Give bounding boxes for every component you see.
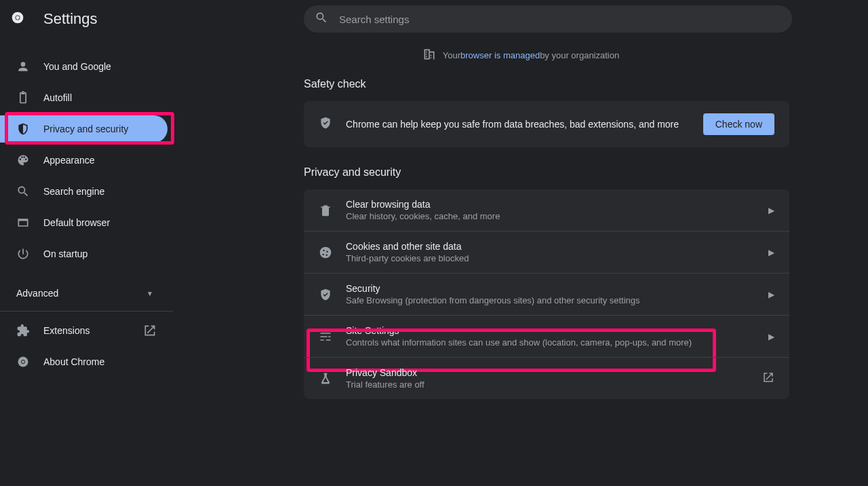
sidebar-item-label: Privacy and security (43, 124, 128, 134)
trash-icon (319, 204, 332, 217)
sidebar-item-label: About Chrome (43, 356, 104, 367)
sidebar-item-label: Search engine (43, 186, 104, 197)
safety-check-text: Chrome can help keep you safe from data … (346, 119, 703, 130)
browser-icon (16, 216, 30, 229)
row-sub: Third-party cookies are blocked (346, 253, 768, 263)
row-security[interactable]: Security Safe Browsing (protection from … (304, 273, 789, 315)
managed-suffix: by your organization (540, 50, 619, 60)
sidebar-item-appearance[interactable]: Appearance (0, 147, 173, 174)
row-sub: Clear history, cookies, cache, and more (346, 211, 768, 221)
sidebar-item-label: Appearance (43, 155, 95, 166)
app-header: Settings (0, 0, 868, 38)
sidebar-item-label: Autofill (43, 92, 72, 103)
shield-check-icon (319, 116, 332, 132)
sidebar-item-autofill[interactable]: Autofill (0, 84, 173, 111)
sidebar-item-on-startup[interactable]: On startup (0, 240, 173, 267)
row-cookies[interactable]: Cookies and other site data Third-party … (304, 231, 789, 273)
sidebar-item-extensions[interactable]: Extensions (0, 317, 173, 344)
row-title: Site Settings (346, 325, 768, 336)
managed-banner: Your browser is managed by your organiza… (174, 38, 868, 75)
chevron-right-icon: ▶ (768, 332, 774, 341)
person-icon (16, 60, 30, 73)
sidebar-item-label: You and Google (43, 61, 111, 72)
chevron-right-icon: ▶ (768, 290, 774, 299)
page-title: Settings (43, 10, 98, 28)
sidebar-item-search-engine[interactable]: Search engine (0, 178, 173, 205)
sidebar-item-you-and-google[interactable]: You and Google (0, 53, 173, 80)
flask-icon (319, 372, 332, 386)
chevron-down-icon: ▼ (143, 290, 157, 297)
row-title: Clear browsing data (346, 199, 768, 210)
svg-point-5 (22, 360, 24, 363)
search-icon (315, 11, 328, 27)
check-now-button[interactable]: Check now (703, 113, 774, 135)
cookie-icon (319, 246, 332, 259)
sidebar-item-label: On startup (43, 248, 87, 259)
sidebar-item-privacy-security[interactable]: Privacy and security (0, 115, 167, 143)
row-title: Privacy Sandbox (346, 367, 762, 378)
row-sub: Controls what information sites can use … (346, 337, 768, 348)
open-external-icon (143, 324, 157, 337)
open-external-icon (762, 371, 774, 386)
managed-prefix: Your (443, 50, 460, 60)
building-icon (422, 48, 436, 63)
sidebar: You and Google Autofill Privacy and secu… (0, 38, 174, 486)
search-icon (16, 185, 30, 198)
row-title: Cookies and other site data (346, 241, 768, 252)
sidebar-advanced-toggle[interactable]: Advanced ▼ (0, 277, 173, 304)
main-content: Your browser is managed by your organiza… (174, 38, 868, 486)
row-title: Security (346, 283, 768, 294)
managed-link[interactable]: browser is managed (460, 50, 540, 60)
sidebar-divider (0, 311, 173, 312)
row-site-settings[interactable]: Site Settings Controls what information … (304, 315, 789, 357)
tune-icon (319, 330, 332, 343)
row-privacy-sandbox[interactable]: Privacy Sandbox Trial features are off (304, 357, 789, 399)
search-input[interactable] (339, 14, 781, 25)
chevron-right-icon: ▶ (768, 248, 774, 257)
chrome-icon (16, 355, 30, 369)
sidebar-item-label: Extensions (43, 325, 90, 336)
puzzle-icon (16, 324, 30, 337)
row-clear-browsing-data[interactable]: Clear browsing data Clear history, cooki… (304, 189, 789, 231)
clipboard-icon (16, 91, 30, 105)
safety-check-card: Chrome can help keep you safe from data … (304, 101, 789, 147)
sidebar-item-label: Default browser (43, 217, 110, 228)
section-title-safety: Safety check (304, 78, 789, 90)
sidebar-item-default-browser[interactable]: Default browser (0, 209, 173, 236)
shield-icon (16, 122, 30, 136)
row-sub: Trial features are off (346, 379, 762, 390)
chrome-logo-icon (11, 11, 27, 27)
power-icon (16, 247, 30, 261)
shield-check-icon (319, 288, 332, 301)
sidebar-item-about-chrome[interactable]: About Chrome (0, 348, 173, 375)
svg-point-2 (16, 16, 19, 19)
chevron-right-icon: ▶ (768, 206, 774, 215)
search-container[interactable] (304, 5, 792, 33)
row-sub: Safe Browsing (protection from dangerous… (346, 295, 768, 305)
section-title-privacy: Privacy and security (304, 166, 789, 179)
advanced-label: Advanced (16, 288, 58, 299)
privacy-card: Clear browsing data Clear history, cooki… (304, 189, 789, 399)
palette-icon (16, 153, 30, 167)
